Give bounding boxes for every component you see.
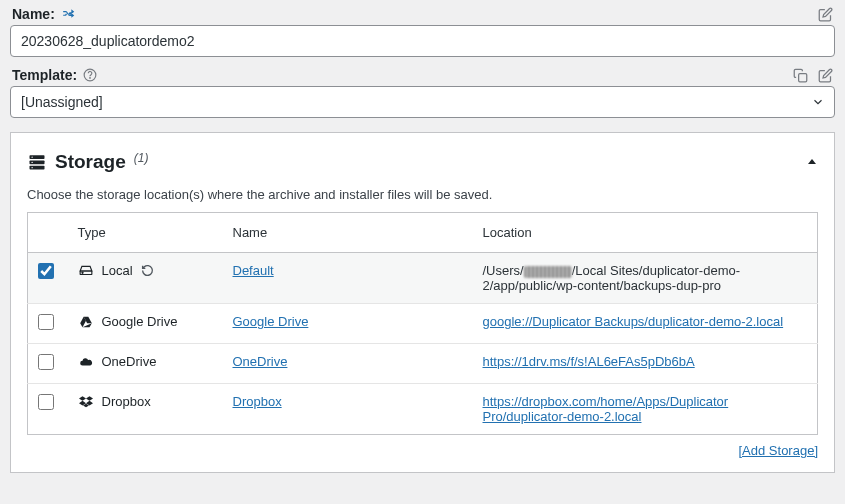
row-checkbox[interactable]: [38, 394, 54, 410]
storage-table: Type Name Location LocalDefault/Users//L…: [27, 212, 818, 435]
col-type: Type: [68, 213, 223, 253]
location-link[interactable]: https://dropbox.com/home/Apps/Duplicator…: [483, 394, 729, 424]
gdrive-icon: [78, 315, 94, 329]
storage-title: Storage: [55, 151, 126, 173]
hdd-icon: [78, 264, 94, 278]
svg-point-8: [31, 167, 32, 168]
row-checkbox[interactable]: [38, 314, 54, 330]
col-location: Location: [473, 213, 818, 253]
table-row: DropboxDropboxhttps://dropbox.com/home/A…: [28, 384, 818, 435]
template-label: Template:: [12, 67, 77, 83]
name-field: Name:: [10, 6, 835, 57]
storage-name-link[interactable]: Dropbox: [233, 394, 282, 409]
storage-panel-header[interactable]: Storage (1): [27, 151, 818, 173]
row-checkbox[interactable]: [38, 354, 54, 370]
refresh-icon[interactable]: [141, 264, 154, 277]
name-input[interactable]: [10, 25, 835, 57]
svg-marker-15: [79, 396, 86, 401]
table-row: Google DriveGoogle Drivegoogle://Duplica…: [28, 304, 818, 344]
location-text: /Users//Local Sites/duplicator-demo-2/ap…: [473, 253, 818, 304]
type-label: Dropbox: [102, 394, 151, 409]
redacted-segment: [524, 266, 572, 278]
name-label: Name:: [12, 6, 55, 22]
storage-description: Choose the storage location(s) where the…: [27, 187, 818, 202]
table-row: OneDriveOneDrivehttps://1drv.ms/f/s!AL6e…: [28, 344, 818, 384]
storage-count: (1): [134, 151, 149, 165]
collapse-icon[interactable]: [806, 156, 818, 168]
location-link[interactable]: google://Duplicator Backups/duplicator-d…: [483, 314, 784, 329]
col-name: Name: [223, 213, 473, 253]
dropbox-icon: [78, 395, 94, 409]
svg-point-1: [90, 78, 91, 79]
cloud-icon: [78, 355, 94, 369]
svg-rect-2: [799, 73, 807, 81]
type-label: OneDrive: [102, 354, 157, 369]
template-select[interactable]: [Unassigned]: [10, 86, 835, 118]
copy-icon[interactable]: [793, 68, 808, 83]
storage-name-link[interactable]: Google Drive: [233, 314, 309, 329]
server-icon: [27, 153, 47, 171]
svg-marker-9: [808, 159, 816, 164]
edit-icon[interactable]: [818, 68, 833, 83]
storage-panel: Storage (1) Choose the storage location(…: [10, 132, 835, 473]
storage-name-link[interactable]: OneDrive: [233, 354, 288, 369]
help-icon[interactable]: [83, 68, 97, 82]
location-link[interactable]: https://1drv.ms/f/s!AL6eFAs5pDb6bA: [483, 354, 695, 369]
shuffle-icon[interactable]: [61, 7, 77, 21]
table-row: LocalDefault/Users//Local Sites/duplicat…: [28, 253, 818, 304]
storage-name-link[interactable]: Default: [233, 263, 274, 278]
svg-point-6: [31, 156, 32, 157]
type-label: Google Drive: [102, 314, 178, 329]
svg-marker-16: [86, 396, 93, 401]
type-label: Local: [102, 263, 133, 278]
svg-point-7: [31, 162, 32, 163]
add-storage-link[interactable]: [Add Storage]: [739, 443, 819, 458]
edit-icon[interactable]: [818, 7, 833, 22]
svg-point-11: [81, 272, 82, 273]
row-checkbox[interactable]: [38, 263, 54, 279]
template-field: Template: [Unassigned]: [10, 67, 835, 118]
